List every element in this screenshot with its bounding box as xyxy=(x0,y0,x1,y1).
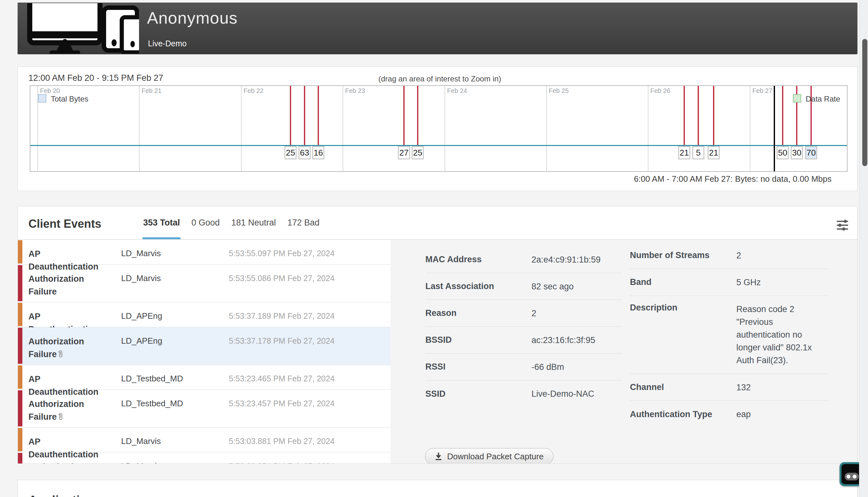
devices-icon xyxy=(27,3,139,54)
attachment-icon xyxy=(57,412,63,421)
detail-row: Channel132 xyxy=(630,374,829,401)
severity-bar xyxy=(18,265,23,301)
event-count-box[interactable]: 70 xyxy=(805,146,817,159)
filter-sliders-icon[interactable] xyxy=(837,220,848,231)
event-client-name: LD_APEng xyxy=(121,335,219,365)
legend-total-bytes[interactable]: Total Bytes xyxy=(38,94,88,103)
detail-value: eap xyxy=(736,408,823,421)
detail-label: MAC Address xyxy=(425,255,531,265)
event-row[interactable]: Authorization FailureLD_Testbed_MD5:53:2… xyxy=(18,390,391,428)
tab-0-good[interactable]: 0 Good xyxy=(191,206,221,239)
day-label: Feb 20 xyxy=(40,87,60,95)
event-row[interactable]: AP DeauthenticationLD_Testbed_MD5:53:23.… xyxy=(18,365,391,390)
detail-label: Channel xyxy=(630,382,736,392)
event-type-label: Authorization Failure xyxy=(28,460,111,464)
detail-label: Band xyxy=(630,277,736,287)
legend-data-rate[interactable]: Data Rate xyxy=(793,94,840,103)
severity-bar xyxy=(18,328,23,364)
total-bytes-swatch-icon xyxy=(38,94,46,102)
site-name: Live-Demo xyxy=(148,39,187,48)
event-marker-bar[interactable] xyxy=(698,86,699,145)
download-packet-capture-button[interactable]: Download Packet Capture xyxy=(425,448,554,464)
data-rate-line xyxy=(30,145,847,146)
timeline-plot[interactable]: Feb 20Feb 21Feb 22Feb 23Feb 24Feb 25Feb … xyxy=(30,85,848,172)
event-marker-bar[interactable] xyxy=(713,86,714,145)
page-scrollbar-thumb[interactable] xyxy=(862,39,867,166)
detail-row: Band5 GHz xyxy=(630,269,829,296)
applications-card: Applications xyxy=(17,480,857,497)
severity-bar xyxy=(18,303,23,326)
detail-row: DescriptionReason code 2 "Previous authe… xyxy=(630,296,829,374)
detail-value: ac:23:16:fc:3f:95 xyxy=(531,334,618,346)
event-marker-bar[interactable] xyxy=(403,86,405,145)
day-label: Feb 26 xyxy=(650,87,670,95)
detail-value: 82 sec ago xyxy=(531,280,618,293)
event-marker-bar[interactable] xyxy=(304,86,305,145)
event-marker-bar[interactable] xyxy=(417,86,418,145)
event-row[interactable]: AP DeauthenticationLD_Marvis5:53:55.097 … xyxy=(18,240,391,265)
event-count-box[interactable]: 50 xyxy=(776,146,789,159)
detail-row: RSSI-66 dBm xyxy=(425,354,622,380)
event-list: AP DeauthenticationLD_Marvis5:53:55.097 … xyxy=(18,240,391,464)
event-count-box[interactable]: 21 xyxy=(678,146,690,159)
event-row[interactable]: AP DeauthenticationLD_Marvis5:53:03.881 … xyxy=(18,428,391,453)
event-count-box[interactable]: 25 xyxy=(411,146,424,159)
detail-label: RSSI xyxy=(425,362,531,372)
event-type-label: Authorization Failure xyxy=(28,335,111,365)
day-gridline xyxy=(546,86,547,171)
day-label: Feb 25 xyxy=(549,87,569,95)
event-count-box[interactable]: 25 xyxy=(284,146,297,159)
page-title: Anonymous xyxy=(147,8,238,27)
applications-heading: Applications xyxy=(28,494,101,497)
day-gridline xyxy=(445,86,445,171)
event-marker-bar[interactable] xyxy=(318,86,319,145)
day-gridline xyxy=(750,86,751,171)
day-label: Feb 21 xyxy=(142,87,162,95)
event-count-box[interactable]: 30 xyxy=(791,146,803,159)
event-timestamp: 5:53:23.457 PM Feb 27, 2024 xyxy=(229,398,391,427)
event-marker-bar[interactable] xyxy=(684,86,685,145)
event-type-label: Authorization Failure xyxy=(28,272,111,302)
event-filter-tabs: 353 Total0 Good181 Neutral172 Bad xyxy=(142,206,320,239)
detail-value: 2a:e4:c9:91:1b:59 xyxy=(531,253,618,266)
detail-row: SSIDLive-Demo-NAC xyxy=(425,380,622,407)
event-count-box[interactable]: 27 xyxy=(398,146,410,159)
tab-353-total[interactable]: 353 Total xyxy=(142,206,181,239)
event-timestamp: 5:53:55.086 PM Feb 27, 2024 xyxy=(229,272,391,302)
detail-row: Authentication Typeeap xyxy=(630,401,829,428)
event-count-box[interactable]: 5 xyxy=(692,146,704,159)
event-row[interactable]: Authorization FailureLD_Marvis5:52:23.87… xyxy=(18,453,391,464)
event-count-box[interactable]: 21 xyxy=(708,146,720,159)
event-marker-bar[interactable] xyxy=(290,86,291,145)
severity-bar xyxy=(18,240,23,264)
event-details-column-right: Number of Streams2Band5 GHzDescriptionRe… xyxy=(630,240,829,428)
tab-172-bad[interactable]: 172 Bad xyxy=(287,206,320,239)
detail-row: Last Association82 sec ago xyxy=(425,273,622,300)
tab-181-neutral[interactable]: 181 Neutral xyxy=(231,206,277,239)
attachment-icon xyxy=(57,350,63,358)
event-row[interactable]: Authorization FailureLD_Marvis5:53:55.08… xyxy=(18,265,391,302)
event-count-box[interactable]: 16 xyxy=(312,146,324,159)
detail-label: Last Association xyxy=(425,281,531,291)
detail-row: MAC Address2a:e4:c9:91:1b:59 xyxy=(425,246,622,273)
client-events-heading: Client Events xyxy=(28,217,101,231)
detail-label: Reason xyxy=(425,308,531,318)
event-row[interactable]: AP DeauthenticationLD_APEng5:53:37.189 P… xyxy=(18,302,391,327)
detail-label: Authentication Type xyxy=(630,410,736,420)
event-count-box[interactable]: 63 xyxy=(298,146,311,159)
hover-status-label: 6:00 AM - 7:00 AM Feb 27: Bytes: no data… xyxy=(634,174,831,184)
event-client-name: LD_Marvis xyxy=(121,460,219,464)
severity-bar xyxy=(18,365,23,389)
event-row[interactable]: Authorization FailureLD_APEng5:53:37.178… xyxy=(18,327,391,365)
event-type-label: Authorization Failure xyxy=(28,398,111,427)
data-rate-swatch-icon xyxy=(793,94,801,102)
download-packet-capture-label: Download Packet Capture xyxy=(447,452,544,462)
client-events-header: Client Events 353 Total0 Good181 Neutral… xyxy=(18,206,857,240)
detail-value: Reason code 2 "Previous authentication n… xyxy=(736,303,823,367)
marvis-robot-icon xyxy=(841,464,862,484)
detail-value: 132 xyxy=(736,381,823,394)
client-events-card: Client Events 353 Total0 Good181 Neutral… xyxy=(17,206,857,464)
event-marker-bar[interactable] xyxy=(782,86,783,145)
day-label: Feb 27 xyxy=(752,87,772,95)
detail-label: SSID xyxy=(425,389,531,399)
